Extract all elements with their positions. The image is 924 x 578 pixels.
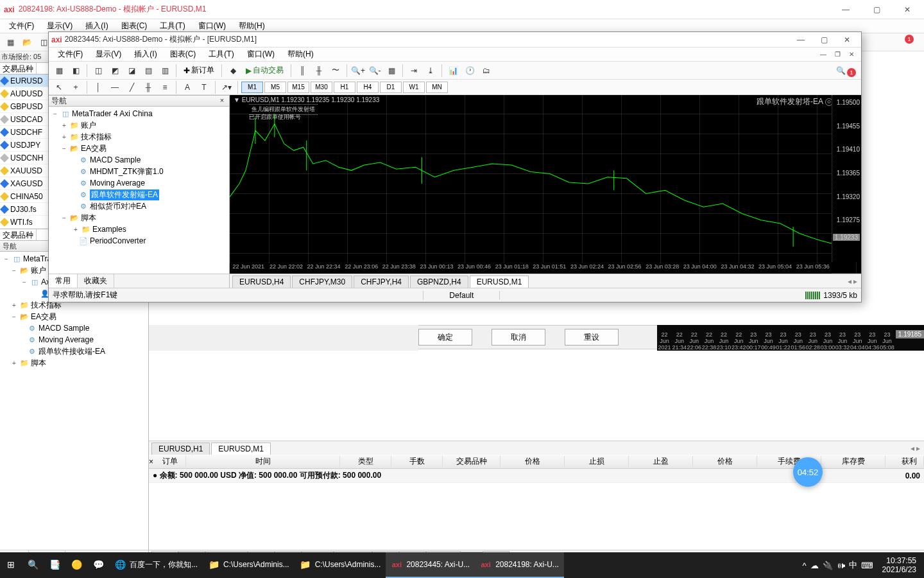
tree-ea[interactable]: EA交易 bbox=[31, 311, 56, 322]
mdi-close-button[interactable]: ✕ bbox=[844, 49, 859, 60]
menu-chart[interactable]: 图表(C) bbox=[164, 48, 203, 61]
tree-scripts[interactable]: 脚本 bbox=[31, 358, 46, 369]
taskbar-app[interactable]: 📁C:\Users\Adminis... bbox=[295, 552, 386, 578]
chart-tab[interactable]: CHFJPY,H4 bbox=[354, 276, 409, 288]
ea-item[interactable]: 相似货币对冲EA bbox=[49, 200, 229, 212]
tree-ea-item[interactable]: 跟单软件接收端-EA bbox=[38, 346, 105, 357]
tree-ea-item[interactable]: Moving Average bbox=[38, 335, 94, 344]
close-button[interactable]: ✕ bbox=[894, 1, 920, 19]
zoom-in-icon[interactable]: 🔍+ bbox=[350, 63, 366, 78]
col-sl[interactable]: 止损 bbox=[565, 456, 629, 467]
zoom-out-icon[interactable]: 🔍- bbox=[367, 63, 382, 78]
tree-accounts[interactable]: 账户 bbox=[81, 120, 96, 131]
taskbar-app[interactable]: 🔍 bbox=[22, 552, 44, 578]
col-order[interactable]: 订单 bbox=[154, 456, 186, 467]
menu-file[interactable]: 文件(F) bbox=[51, 48, 89, 61]
templates-icon[interactable]: 🗂 bbox=[479, 63, 494, 78]
tree-root[interactable]: MetaTrader 4 Axi China bbox=[72, 109, 153, 118]
maximize-button[interactable]: ▢ bbox=[864, 1, 889, 19]
chart-tab[interactable]: GBPNZD,H4 bbox=[410, 276, 468, 288]
channel-icon[interactable]: ╫ bbox=[141, 80, 156, 95]
tray-icons[interactable]: ^☁🔌🕪中⌨ bbox=[803, 559, 873, 571]
chart-tab-nav[interactable]: ◂ ▸ bbox=[911, 444, 924, 453]
menu-help[interactable]: 帮助(H) bbox=[232, 19, 271, 33]
col-lots[interactable]: 手数 bbox=[391, 456, 443, 467]
search-icon[interactable]: 🔍 bbox=[833, 63, 848, 78]
menu-window[interactable]: 窗口(W) bbox=[241, 48, 281, 61]
cancel-button[interactable]: 取消 bbox=[492, 329, 545, 346]
navigator-icon[interactable]: ◪ bbox=[124, 63, 139, 78]
col-symbol[interactable]: 交易品种 bbox=[443, 456, 501, 467]
profiles-icon[interactable]: ◧ bbox=[68, 63, 83, 78]
nav-close-icon[interactable]: × bbox=[218, 96, 227, 105]
tf-M15[interactable]: M15 bbox=[287, 82, 309, 93]
tray-icon[interactable]: ☁ bbox=[810, 561, 819, 570]
tf-MN[interactable]: MN bbox=[426, 82, 448, 93]
metaquotes-icon[interactable]: ◆ bbox=[225, 63, 241, 78]
taskbar-app[interactable]: 💬 bbox=[87, 552, 109, 578]
vline-icon[interactable]: │ bbox=[90, 80, 106, 95]
inner-notification-dot[interactable]: 1 bbox=[847, 68, 856, 77]
new-order-button[interactable]: ✚ 新订单 bbox=[180, 64, 218, 77]
cursor-icon[interactable]: ↖ bbox=[51, 80, 67, 95]
bar-chart-icon[interactable]: ║ bbox=[295, 63, 310, 78]
line-chart-icon[interactable]: 〜 bbox=[328, 63, 343, 78]
terminal-icon[interactable]: ▤ bbox=[141, 63, 156, 78]
menu-view[interactable]: 显示(V) bbox=[40, 19, 79, 33]
indicators-icon[interactable]: 📊 bbox=[445, 63, 461, 78]
open-icon[interactable]: 📂 bbox=[19, 35, 35, 50]
chart-tab[interactable]: CHFJPY,M30 bbox=[292, 276, 352, 288]
tray-icon[interactable]: 🕪 bbox=[837, 561, 845, 570]
mdi-minimize-button[interactable]: — bbox=[816, 49, 830, 60]
taskbar-app[interactable]: 🌐百度一下，你就知... bbox=[109, 552, 203, 578]
chart-tab-active[interactable]: EURUSD,M1 bbox=[211, 442, 271, 455]
chart-canvas[interactable]: ▼ EURUSD,M1 1.19230 1.19235 1.19230 1.19… bbox=[230, 95, 861, 274]
menu-view[interactable]: 显示(V) bbox=[89, 48, 128, 61]
menu-tools[interactable]: 工具(T) bbox=[202, 48, 240, 61]
nav-tab-fav[interactable]: 收藏夹 bbox=[78, 274, 114, 288]
menu-window[interactable]: 窗口(W) bbox=[192, 19, 232, 33]
taskbar-app[interactable]: 📁C:\Users\Adminis... bbox=[203, 552, 295, 578]
menu-insert[interactable]: 插入(I) bbox=[79, 19, 114, 33]
text-icon[interactable]: A bbox=[180, 80, 195, 95]
col-price2[interactable]: 价格 bbox=[693, 456, 757, 467]
tree-ea-item[interactable]: MACD Sample bbox=[38, 324, 89, 333]
chart-tab[interactable]: EURUSD,H4 bbox=[232, 276, 291, 288]
menu-help[interactable]: 帮助(H) bbox=[281, 48, 320, 61]
market-watch-icon[interactable]: ◫ bbox=[90, 63, 106, 78]
mdi-restore-button[interactable]: ❐ bbox=[830, 49, 844, 60]
tester-icon[interactable]: ▥ bbox=[157, 63, 173, 78]
text-label-icon[interactable]: T bbox=[196, 80, 212, 95]
inner-minimize-button[interactable]: — bbox=[789, 33, 812, 47]
chart-tab[interactable]: EURUSD,H1 bbox=[151, 442, 210, 455]
shift-icon[interactable]: ⇥ bbox=[406, 63, 422, 78]
reset-button[interactable]: 重设 bbox=[565, 329, 619, 346]
ok-button[interactable]: 确定 bbox=[418, 329, 472, 346]
chart-tab-nav[interactable]: ◂ ▸ bbox=[848, 277, 861, 286]
periods-icon[interactable]: 🕐 bbox=[462, 63, 477, 78]
tf-D1[interactable]: D1 bbox=[380, 82, 402, 93]
col-time[interactable]: 时间 bbox=[186, 456, 340, 467]
market-tab-symbols[interactable]: 交易品种 bbox=[0, 63, 37, 74]
menu-tools[interactable]: 工具(T) bbox=[153, 19, 191, 33]
taskbar-app[interactable]: ⊞ bbox=[0, 552, 22, 578]
tf-H4[interactable]: H4 bbox=[357, 82, 379, 93]
chart-tab[interactable]: EURUSD,M1 bbox=[470, 276, 529, 288]
col-tp[interactable]: 止盈 bbox=[629, 456, 693, 467]
autotrade-button[interactable]: ▶ 自动交易 bbox=[242, 64, 287, 77]
candle-chart-icon[interactable]: ╫ bbox=[311, 63, 327, 78]
col-price[interactable]: 价格 bbox=[501, 456, 565, 467]
col-swap[interactable]: 库存费 bbox=[821, 456, 886, 467]
menu-insert[interactable]: 插入(I) bbox=[128, 48, 163, 61]
script-item[interactable]: PeriodConverter bbox=[90, 236, 146, 245]
hline-icon[interactable]: — bbox=[107, 80, 123, 95]
menu-chart[interactable]: 图表(C) bbox=[115, 19, 154, 33]
trendline-icon[interactable]: ╱ bbox=[124, 80, 139, 95]
ea-item[interactable]: MHDMT_ZTK弹窗1.0 bbox=[49, 166, 229, 177]
crosshair-icon[interactable]: + bbox=[68, 80, 83, 95]
floating-timer[interactable]: 04:52 bbox=[793, 457, 823, 487]
ea-item[interactable]: MACD Sample bbox=[49, 154, 229, 166]
inner-close-button[interactable]: ✕ bbox=[835, 33, 859, 47]
taskbar-app[interactable]: 🟡 bbox=[65, 552, 87, 578]
data-window-icon[interactable]: ◩ bbox=[107, 63, 123, 78]
